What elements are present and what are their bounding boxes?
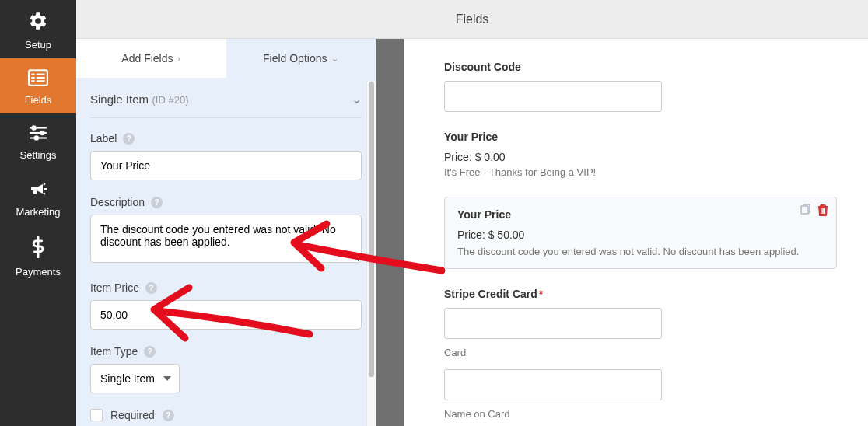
sidebar-item-fields[interactable]: Fields	[0, 58, 76, 113]
preview-your-price-free[interactable]: Your Price Price: $ 0.00 It's Free - Tha…	[444, 131, 837, 178]
sublabel: Card	[444, 347, 837, 358]
sidebar-label: Setup	[25, 39, 51, 51]
svg-rect-13	[801, 206, 808, 214]
field-type-name: Single Item	[90, 93, 149, 106]
card-input[interactable]	[444, 308, 662, 339]
help-icon[interactable]: ?	[151, 197, 163, 208]
sidebar-label: Payments	[16, 266, 61, 278]
field-label: Discount Code	[444, 61, 837, 73]
list-icon	[28, 69, 48, 89]
dollar-icon	[31, 236, 45, 261]
field-section-header[interactable]: Single Item (ID #20) ⌄	[90, 78, 362, 118]
svg-rect-1	[31, 74, 34, 75]
required-label: Required	[110, 409, 155, 421]
svg-point-8	[31, 125, 37, 131]
form-preview: Discount Code Your Price Price: $ 0.00 I…	[404, 39, 868, 426]
trash-icon[interactable]	[817, 204, 828, 219]
help-icon[interactable]: ?	[163, 410, 174, 421]
sublabel: Name on Card	[444, 408, 837, 420]
field-label: Your Price	[457, 208, 824, 221]
tab-field-options[interactable]: Field Options ⌄	[226, 39, 376, 78]
chevron-right-icon: ›	[177, 54, 180, 63]
label-input[interactable]	[90, 151, 362, 180]
sidebar-label: Settings	[20, 149, 57, 161]
tab-label: Field Options	[263, 52, 327, 65]
price-text: Price: $ 0.00	[444, 151, 837, 163]
tab-add-fields[interactable]: Add Fields ›	[76, 39, 226, 78]
chevron-down-icon: ⌄	[331, 54, 338, 64]
svg-rect-15	[822, 208, 824, 214]
svg-rect-6	[37, 80, 45, 82]
preview-discount-code[interactable]: Discount Code	[444, 61, 837, 112]
preview-stripe-card[interactable]: Stripe Credit Card* Card Name on Card	[444, 288, 837, 420]
item-price-input[interactable]	[90, 300, 362, 330]
sidebar-label: Fields	[25, 94, 52, 106]
svg-point-10	[40, 131, 44, 136]
label-label: Label	[90, 132, 117, 145]
field-label: Your Price	[444, 131, 837, 143]
duplicate-icon[interactable]	[799, 204, 811, 219]
scrollbar-thumb[interactable]	[369, 82, 374, 377]
help-icon[interactable]: ?	[123, 133, 135, 145]
required-star: *	[539, 288, 543, 300]
panel-divider	[376, 39, 404, 426]
price-description: It's Free - Thanks for Being a VIP!	[444, 166, 837, 178]
sidebar-item-marketing[interactable]: Marketing	[0, 169, 76, 225]
help-icon[interactable]: ?	[144, 346, 156, 358]
svg-rect-14	[821, 208, 822, 214]
field-id: (ID #20)	[152, 94, 189, 106]
nav-sidebar: Setup Fields Settings Marketing Payments	[0, 0, 76, 426]
gear-icon	[28, 11, 48, 34]
field-options-panel: Add Fields › Field Options ⌄ Single Item…	[76, 39, 376, 426]
svg-rect-16	[824, 208, 826, 214]
svg-rect-3	[31, 77, 34, 79]
svg-point-12	[34, 135, 40, 141]
item-type-select[interactable]: Single Item	[90, 364, 180, 393]
megaphone-icon	[28, 180, 48, 201]
topbar: Fields	[76, 0, 868, 39]
chevron-down-icon[interactable]: ⌄	[352, 92, 362, 106]
description-textarea[interactable]: The discount code you entered was not va…	[90, 215, 362, 263]
item-type-label: Item Type	[90, 345, 138, 358]
svg-rect-2	[37, 74, 45, 75]
name-on-card-input[interactable]	[444, 369, 662, 400]
page-title: Fields	[456, 12, 489, 26]
sidebar-item-payments[interactable]: Payments	[0, 225, 76, 285]
sidebar-item-setup[interactable]: Setup	[0, 0, 76, 58]
price-description: The discount code you entered was not va…	[457, 246, 824, 257]
description-label: Description	[90, 196, 145, 208]
tab-label: Add Fields	[121, 52, 173, 65]
sidebar-item-settings[interactable]: Settings	[0, 113, 76, 169]
field-label: Stripe Credit Card*	[444, 288, 837, 300]
required-checkbox[interactable]	[90, 409, 103, 421]
scrollbar[interactable]	[366, 82, 376, 426]
preview-selected-field[interactable]: Your Price Price: $ 50.00 The discount c…	[444, 197, 837, 269]
svg-rect-4	[37, 77, 45, 79]
price-text: Price: $ 50.00	[457, 229, 824, 241]
svg-rect-5	[31, 80, 34, 82]
discount-input[interactable]	[444, 81, 662, 112]
sidebar-label: Marketing	[16, 206, 60, 218]
help-icon[interactable]: ?	[145, 282, 157, 294]
item-price-label: Item Price	[90, 281, 139, 294]
sliders-icon	[28, 124, 48, 145]
